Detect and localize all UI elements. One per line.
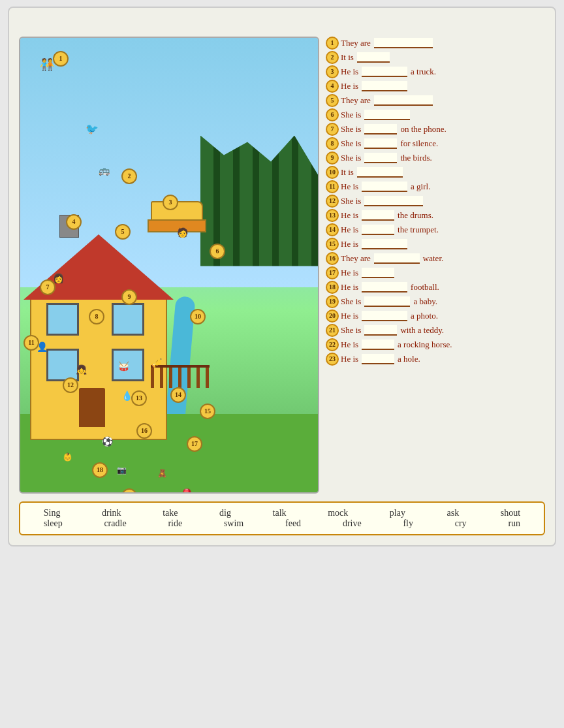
- scene-num-1: 1: [53, 51, 69, 67]
- answer-line-20[interactable]: [362, 311, 407, 321]
- sentence-num-15: 15: [326, 238, 339, 251]
- word-bank-row1: Singdrinktakedigtalkmockplayaskshout: [28, 508, 536, 518]
- sentence-suffix-20: a photo.: [411, 309, 438, 323]
- sentence-item-20: 20He is a photo.: [326, 309, 545, 323]
- scene-num-12: 12: [63, 377, 78, 393]
- word-sleep: sleep: [44, 518, 63, 529]
- answer-line-22[interactable]: [362, 340, 394, 350]
- sentence-text-19: She is: [341, 295, 361, 308]
- main-content: 1 2 3 4 5 6 7 8 9 10 11 12 13 14 15 16 1…: [19, 37, 545, 494]
- word-talk: talk: [273, 508, 287, 518]
- word-swim: swim: [224, 518, 243, 529]
- scene-num-8: 8: [89, 309, 104, 324]
- sentence-suffix-21: with a teddy.: [400, 324, 444, 337]
- answer-line-11[interactable]: [362, 182, 407, 192]
- sentence-suffix-22: a rocking horse.: [398, 338, 452, 351]
- sentence-item-13: 13He is the drums.: [326, 209, 545, 222]
- answer-line-19[interactable]: [364, 296, 410, 307]
- word-cradle: cradle: [104, 518, 126, 529]
- answer-line-8[interactable]: [364, 138, 397, 149]
- sentence-suffix-19: a baby.: [413, 295, 437, 308]
- sentence-num-12: 12: [326, 195, 339, 208]
- word-ask: ask: [447, 508, 460, 518]
- sentence-item-5: 5They are: [326, 94, 545, 107]
- word-ride: ride: [168, 518, 182, 529]
- scene-num-3: 3: [163, 195, 178, 210]
- answer-line-7[interactable]: [364, 124, 397, 135]
- scene-num-10: 10: [190, 309, 206, 324]
- sentence-item-18: 18He is football.: [326, 281, 545, 294]
- answer-line-14[interactable]: [362, 225, 394, 235]
- sentence-num-5: 5: [326, 94, 339, 107]
- sentence-suffix-11: a girl.: [411, 180, 430, 193]
- word-run: run: [508, 518, 520, 529]
- sentence-text-15: He is: [341, 238, 358, 251]
- sentence-text-9: She is: [341, 151, 361, 165]
- sentence-item-2: 2It is: [326, 51, 545, 64]
- sentence-num-20: 20: [326, 309, 339, 323]
- sentence-item-16: 16They are water.: [326, 252, 545, 265]
- sentence-num-14: 14: [326, 223, 339, 236]
- answer-line-2[interactable]: [357, 52, 390, 63]
- sentence-num-21: 21: [326, 324, 339, 337]
- scene-num-13: 13: [131, 390, 147, 406]
- answer-line-4[interactable]: [362, 81, 407, 91]
- answer-line-15[interactable]: [362, 239, 407, 249]
- word-bank-row2: sleepcradlerideswimfeeddriveflycryrun: [28, 518, 536, 529]
- sentence-item-23: 23He is a hole.: [326, 353, 545, 366]
- sentence-item-22: 22He is a rocking horse.: [326, 338, 545, 351]
- answer-line-9[interactable]: [364, 153, 397, 163]
- sentence-text-1: They are: [341, 37, 371, 50]
- answer-line-12[interactable]: [364, 196, 423, 206]
- sentence-suffix-9: the birds.: [400, 151, 431, 165]
- sentence-num-23: 23: [326, 353, 339, 366]
- sentence-item-21: 21She is with a teddy.: [326, 324, 545, 337]
- sentence-suffix-23: a hole.: [398, 353, 420, 366]
- sentences-list: 1They are 2It is 3He is a truck.4He is 5…: [326, 37, 545, 494]
- sentence-text-4: He is: [341, 80, 358, 93]
- sentence-num-8: 8: [326, 137, 339, 150]
- word-shout: shout: [501, 508, 520, 518]
- sentence-item-11: 11He is a girl.: [326, 180, 545, 193]
- answer-line-3[interactable]: [362, 67, 407, 77]
- word-dig: dig: [219, 508, 231, 518]
- sentence-suffix-13: the drums.: [398, 209, 433, 222]
- sentence-text-16: They are: [341, 252, 371, 265]
- sentence-item-12: 12She is: [326, 195, 545, 208]
- answer-line-23[interactable]: [362, 354, 394, 364]
- subtitle: [19, 17, 545, 30]
- sentence-item-6: 6She is: [326, 108, 545, 121]
- answer-line-21[interactable]: [364, 325, 397, 336]
- scene-num-14: 14: [170, 387, 186, 403]
- page: 1 2 3 4 5 6 7 8 9 10 11 12 13 14 15 16 1…: [8, 7, 556, 546]
- sentence-suffix-18: football.: [411, 281, 439, 294]
- sentence-text-5: They are: [341, 94, 371, 107]
- sentence-suffix-8: for silence.: [400, 137, 438, 150]
- sentence-suffix-16: water.: [423, 252, 443, 265]
- scene-num-6: 6: [210, 244, 225, 259]
- sentence-text-12: She is: [341, 195, 361, 208]
- answer-line-13[interactable]: [362, 210, 394, 221]
- sentence-num-10: 10: [326, 166, 339, 179]
- scene-num-5: 5: [115, 224, 131, 240]
- answer-line-18[interactable]: [362, 282, 407, 293]
- sentence-text-18: He is: [341, 281, 358, 294]
- answer-line-1[interactable]: [374, 38, 433, 48]
- word-fly: fly: [403, 518, 413, 529]
- sentence-text-22: He is: [341, 338, 358, 351]
- answer-line-5[interactable]: [374, 95, 433, 106]
- word-drink: drink: [102, 508, 121, 518]
- answer-line-10[interactable]: [357, 167, 403, 178]
- sentence-suffix-3: a truck.: [411, 65, 436, 78]
- word-sing: Sing: [44, 508, 61, 518]
- sentence-text-14: He is: [341, 223, 358, 236]
- answer-line-16[interactable]: [374, 253, 420, 264]
- scene-image: 1 2 3 4 5 6 7 8 9 10 11 12 13 14 15 16 1…: [19, 37, 319, 494]
- sentence-item-8: 8She is for silence.: [326, 137, 545, 150]
- scene-num-2: 2: [121, 168, 137, 184]
- answer-line-17[interactable]: [362, 268, 394, 278]
- sentence-text-6: She is: [341, 108, 361, 121]
- sentence-num-13: 13: [326, 209, 339, 222]
- sentence-item-4: 4He is: [326, 80, 545, 93]
- answer-line-6[interactable]: [364, 110, 410, 120]
